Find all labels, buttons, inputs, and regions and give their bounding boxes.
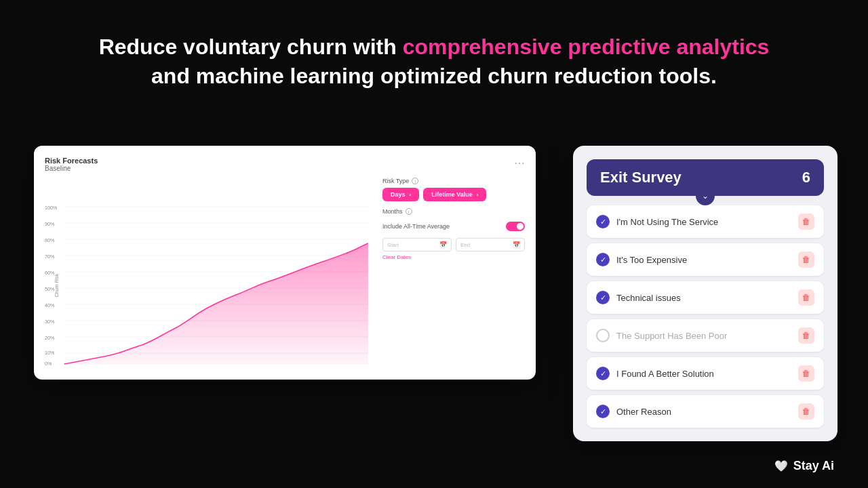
clear-dates-link[interactable]: Clear Dates xyxy=(382,254,525,260)
svg-text:40%: 40% xyxy=(45,303,55,308)
lifetime-chevron-icon: › xyxy=(477,192,479,198)
months-label: Months i xyxy=(382,208,525,215)
left-panel: Risk Forecasts Baseline ⋯ 100% 9 xyxy=(34,146,536,380)
svg-text:90%: 90% xyxy=(45,222,55,227)
risk-type-btn-group: Days › Lifetime Value › xyxy=(382,188,525,201)
survey-item: The Support Has Been Poor🗑 xyxy=(587,319,824,352)
check-empty-icon[interactable] xyxy=(596,329,610,342)
chart-controls: Risk Type i Days › Lifetime Value › M xyxy=(382,175,525,367)
start-placeholder: Start xyxy=(387,242,399,248)
logo-text: Stay Ai xyxy=(793,459,834,473)
survey-items-list: ✓I'm Not Using The Service🗑✓It's Too Exp… xyxy=(587,205,824,428)
survey-item-left: The Support Has Been Poor xyxy=(596,329,727,342)
heading-line1-start: Reduce voluntary churn with xyxy=(99,35,403,59)
svg-text:30%: 30% xyxy=(45,319,55,325)
svg-text:70%: 70% xyxy=(45,254,55,260)
heading-highlight: comprehensive predictive analytics xyxy=(403,35,770,59)
risk-type-info-icon: i xyxy=(412,178,418,184)
end-placeholder: End xyxy=(460,242,470,248)
days-chevron-icon: › xyxy=(410,192,412,198)
heading-line2: and machine learning optimized churn red… xyxy=(151,64,717,88)
survey-collapse-button[interactable]: ⌄ xyxy=(696,186,715,205)
survey-item-text: I'm Not Using The Service xyxy=(616,217,718,227)
include-avg-control: Include All-Time Average xyxy=(382,222,525,231)
check-filled-icon[interactable]: ✓ xyxy=(596,367,610,380)
logo-section: 🤍 Stay Ai xyxy=(774,459,834,473)
survey-header: Exit Survey 6 ⌄ xyxy=(587,159,824,196)
delete-item-button[interactable]: 🗑 xyxy=(798,365,814,382)
start-date-input[interactable]: Start 📅 xyxy=(382,238,452,251)
check-filled-icon[interactable]: ✓ xyxy=(596,405,610,418)
survey-item-left: ✓It's Too Expensive xyxy=(596,253,687,266)
svg-text:50%: 50% xyxy=(45,287,55,292)
chart-wrapper: 100% 90% 80% 70% 60% 50% 40% 30% 20% 10%… xyxy=(45,204,372,367)
survey-item-text: Technical issues xyxy=(616,293,681,303)
survey-item: ✓Other Reason🗑 xyxy=(587,395,824,428)
days-button[interactable]: Days › xyxy=(382,188,419,201)
delete-item-button[interactable]: 🗑 xyxy=(798,403,814,420)
survey-item-left: ✓Other Reason xyxy=(596,405,671,418)
date-range-control: Start 📅 End 📅 Clear Dates xyxy=(382,238,525,260)
delete-item-button[interactable]: 🗑 xyxy=(798,289,814,306)
chart-area: 100% 90% 80% 70% 60% 50% 40% 30% 20% 10%… xyxy=(45,175,372,367)
svg-text:100%: 100% xyxy=(45,205,58,211)
svg-text:60%: 60% xyxy=(45,270,55,276)
right-panel: Exit Survey 6 ⌄ ✓I'm Not Using The Servi… xyxy=(573,146,837,441)
risk-type-control: Risk Type i Days › Lifetime Value › xyxy=(382,178,525,201)
heading-section: Reduce voluntary churn with comprehensiv… xyxy=(0,33,868,91)
survey-title: Exit Survey xyxy=(600,169,682,186)
panel-title: Risk Forecasts xyxy=(45,157,98,165)
delete-item-button[interactable]: 🗑 xyxy=(798,251,814,268)
panel-options-icon[interactable]: ⋯ xyxy=(514,157,525,169)
survey-item: ✓It's Too Expensive🗑 xyxy=(587,243,824,276)
include-avg-toggle[interactable] xyxy=(506,222,525,231)
panel-subtitle: Baseline xyxy=(45,165,98,172)
corner-decoration-bl xyxy=(0,407,81,488)
svg-text:0%: 0% xyxy=(45,361,52,367)
months-info-icon: i xyxy=(406,208,412,215)
risk-type-label: Risk Type i xyxy=(382,178,525,184)
survey-item-left: ✓I'm Not Using The Service xyxy=(596,215,718,228)
survey-item: ✓Technical issues🗑 xyxy=(587,281,824,314)
check-filled-icon[interactable]: ✓ xyxy=(596,291,610,304)
logo-heart-icon: 🤍 xyxy=(774,460,788,472)
date-inputs: Start 📅 End 📅 xyxy=(382,238,525,251)
survey-item-text: It's Too Expensive xyxy=(616,255,687,265)
survey-item: ✓I'm Not Using The Service🗑 xyxy=(587,205,824,238)
survey-count: 6 xyxy=(802,169,810,186)
check-filled-icon[interactable]: ✓ xyxy=(596,253,610,266)
survey-item-text: Other Reason xyxy=(616,407,671,417)
calendar-start-icon: 📅 xyxy=(439,241,447,248)
panel-content: 100% 90% 80% 70% 60% 50% 40% 30% 20% 10%… xyxy=(45,175,525,367)
svg-text:20%: 20% xyxy=(45,336,55,341)
months-control: Months i xyxy=(382,208,525,215)
include-avg-label: Include All-Time Average xyxy=(382,223,450,230)
survey-item-left: ✓I Found A Better Solution xyxy=(596,367,714,380)
survey-item: ✓I Found A Better Solution🗑 xyxy=(587,357,824,390)
survey-item-text: The Support Has Been Poor xyxy=(616,331,727,341)
svg-text:80%: 80% xyxy=(45,238,55,243)
panel-title-group: Risk Forecasts Baseline xyxy=(45,157,98,172)
calendar-end-icon: 📅 xyxy=(513,241,520,248)
lifetime-value-button[interactable]: Lifetime Value › xyxy=(423,188,486,201)
delete-item-button[interactable]: 🗑 xyxy=(798,214,814,230)
survey-item-text: I Found A Better Solution xyxy=(616,369,714,379)
svg-text:10%: 10% xyxy=(45,350,55,356)
main-heading: Reduce voluntary churn with comprehensiv… xyxy=(54,33,814,91)
risk-chart-svg: 100% 90% 80% 70% 60% 50% 40% 30% 20% 10%… xyxy=(45,204,372,367)
check-filled-icon[interactable]: ✓ xyxy=(596,215,610,228)
delete-item-button[interactable]: 🗑 xyxy=(798,327,814,344)
survey-item-left: ✓Technical issues xyxy=(596,291,681,304)
svg-text:Churn Risk: Churn Risk xyxy=(54,273,60,297)
panel-header: Risk Forecasts Baseline ⋯ xyxy=(45,157,525,172)
end-date-input[interactable]: End 📅 xyxy=(456,238,525,251)
